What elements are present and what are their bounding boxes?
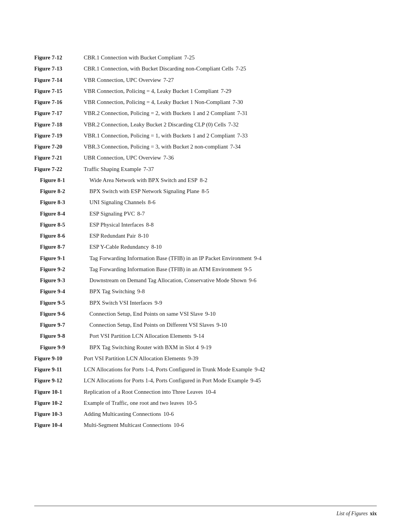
- figure-page-number: 9-10: [217, 322, 227, 328]
- figure-label: Figure 7-13: [34, 64, 84, 73]
- figure-description: LCN Allocations for Ports 1-4, Ports Con…: [84, 376, 261, 385]
- figure-label: Figure 7-12: [34, 53, 84, 62]
- figure-label: Figure 9-8: [34, 332, 89, 340]
- figure-label: Figure 9-4: [34, 287, 89, 296]
- figure-page-number: 8-8: [146, 222, 154, 228]
- figure-page-number: 9-9: [155, 300, 162, 306]
- list-item: Figure 7-15VBR Connection, Policing = 4,…: [34, 87, 377, 96]
- figure-page-number: 8-5: [202, 188, 209, 194]
- list-item: Figure 8-3UNI Signaling Channels8-6: [34, 198, 377, 207]
- figure-label: Figure 9-6: [34, 310, 89, 318]
- figure-description: Tag Forwarding Information Base (TFIB) i…: [89, 254, 261, 263]
- list-item: Figure 8-2BPX Switch with ESP Network Si…: [34, 187, 377, 196]
- figure-description: VBR Connection, UPC Overview7-27: [84, 76, 174, 85]
- figure-page-number: 7-36: [163, 155, 174, 161]
- list-item: Figure 9-8Port VSI Partition LCN Allocat…: [34, 332, 377, 340]
- figure-description: VBR.2 Connection, Leaky Bucket 2 Discard…: [84, 120, 239, 129]
- figure-label: Figure 7-18: [34, 120, 84, 129]
- figure-page-number: 8-7: [137, 211, 145, 217]
- figure-description: VBR Connection, Policing = 4, Leaky Buck…: [84, 87, 231, 96]
- figure-page-number: 9-19: [201, 344, 212, 350]
- figure-page-number: 7-33: [237, 133, 248, 139]
- figure-description: ESP Redundant Pair8-10: [89, 232, 148, 240]
- figure-description: CBR.1 Connection with Bucket Compliant7-…: [84, 53, 194, 62]
- figure-label: Figure 9-9: [34, 343, 89, 352]
- figure-description: VBR.1 Connection, Policing = 1, with Buc…: [84, 131, 248, 140]
- figure-description: Multi-Segment Multicast Connections10-6: [84, 421, 184, 430]
- figure-page-number: 9-5: [244, 266, 252, 272]
- figure-page-number: 10-4: [205, 389, 216, 395]
- figure-label: Figure 9-1: [34, 254, 89, 263]
- list-item: Figure 9-4BPX Tag Switching9-8: [34, 287, 377, 296]
- figure-page-number: 8-6: [148, 199, 156, 205]
- figure-label: Figure 10-1: [34, 388, 84, 396]
- figure-label: Figure 10-4: [34, 421, 84, 430]
- figure-list: Figure 7-12CBR.1 Connection with Bucket …: [34, 53, 377, 430]
- list-item: Figure 9-3Downstream on Demand Tag Alloc…: [34, 276, 377, 285]
- list-item: Figure 10-1Replication of a Root Connect…: [34, 388, 377, 396]
- figure-label: Figure 9-12: [34, 376, 84, 385]
- footer-page: xix: [370, 511, 377, 517]
- list-item: Figure 7-19VBR.1 Connection, Policing = …: [34, 131, 377, 140]
- list-item: Figure 7-13CBR.1 Connection, with Bucket…: [34, 64, 377, 73]
- footer: List of Figures xix: [34, 511, 377, 517]
- list-item: Figure 9-6Connection Setup, End Points o…: [34, 310, 377, 318]
- list-item: Figure 7-20VBR.3 Connection, Policing = …: [34, 142, 377, 151]
- figure-label: Figure 8-1: [34, 176, 89, 185]
- figure-page-number: 7-25: [236, 66, 246, 72]
- figure-label: Figure 7-17: [34, 109, 84, 118]
- list-item: Figure 7-22Traffic Shaping Example7-37: [34, 165, 377, 174]
- figure-description: Connection Setup, End Points on Differen…: [89, 321, 227, 329]
- figure-page-number: 8-10: [151, 244, 162, 250]
- figure-label: Figure 8-3: [34, 198, 89, 207]
- figure-page-number: 7-27: [163, 77, 174, 83]
- list-item: Figure 8-5ESP Physical Interfaces8-8: [34, 220, 377, 229]
- figure-label: Figure 8-2: [34, 187, 89, 196]
- figure-label: Figure 8-7: [34, 243, 89, 251]
- figure-page-number: 10-6: [174, 422, 184, 428]
- figure-label: Figure 7-20: [34, 142, 84, 151]
- figure-page-number: 9-45: [250, 377, 261, 383]
- figure-description: VBR.2 Connection, Policing = 2, with Buc…: [84, 109, 248, 118]
- figure-label: Figure 9-11: [34, 365, 84, 374]
- figure-description: VBR.3 Connection, Policing = 3, with Buc…: [84, 142, 241, 151]
- list-item: Figure 9-5BPX Switch VSI Interfaces9-9: [34, 299, 377, 307]
- figure-description: Tag Forwarding Information Base (TFIB) i…: [89, 265, 252, 274]
- list-item: Figure 7-16VBR Connection, Policing = 4,…: [34, 98, 377, 107]
- figure-page-number: 10-5: [186, 400, 197, 406]
- list-item: Figure 7-14VBR Connection, UPC Overview7…: [34, 76, 377, 85]
- list-item: Figure 9-2Tag Forwarding Information Bas…: [34, 265, 377, 274]
- list-item: Figure 7-17VBR.2 Connection, Policing = …: [34, 109, 377, 118]
- figure-description: ESP Physical Interfaces8-8: [89, 220, 154, 229]
- figure-label: Figure 8-5: [34, 220, 89, 229]
- page: Figure 7-12CBR.1 Connection with Bucket …: [0, 0, 411, 532]
- figure-label: Figure 7-19: [34, 131, 84, 140]
- figure-page-number: 7-25: [184, 54, 195, 61]
- figure-page-number: 9-39: [188, 355, 199, 361]
- footer-text: List of Figures: [336, 511, 368, 517]
- list-item: Figure 10-3Adding Multicasting Connectio…: [34, 410, 377, 419]
- figure-description: Wide Area Network with BPX Switch and ES…: [89, 176, 207, 185]
- figure-description: Downstream on Demand Tag Allocation, Con…: [89, 276, 256, 285]
- figure-page-number: 7-31: [237, 110, 248, 116]
- figure-page-number: 7-29: [221, 88, 231, 94]
- figure-page-number: 9-10: [205, 311, 216, 317]
- figure-page-number: 7-32: [228, 121, 239, 128]
- figure-label: Figure 9-3: [34, 276, 89, 285]
- figure-label: Figure 9-5: [34, 299, 89, 307]
- figure-label: Figure 8-6: [34, 232, 89, 240]
- figure-label: Figure 10-2: [34, 399, 84, 407]
- figure-label: Figure 7-22: [34, 165, 84, 174]
- figure-page-number: 9-4: [254, 255, 261, 261]
- figure-description: BPX Tag Switching9-8: [89, 287, 145, 296]
- figure-label: Figure 9-10: [34, 354, 84, 363]
- figure-label: Figure 9-7: [34, 321, 89, 329]
- list-item: Figure 9-1Tag Forwarding Information Bas…: [34, 254, 377, 263]
- figure-page-number: 10-6: [163, 411, 174, 417]
- list-item: Figure 9-9BPX Tag Switching Router with …: [34, 343, 377, 352]
- list-item: Figure 8-4ESP Signaling PVC8-7: [34, 209, 377, 218]
- figure-description: Port VSI Partition LCN Allocation Elemen…: [89, 332, 204, 340]
- figure-description: Traffic Shaping Example7-37: [84, 165, 154, 174]
- figure-description: LCN Allocations for Ports 1-4, Ports Con…: [84, 365, 265, 374]
- figure-description: BPX Switch with ESP Network Signaling Pl…: [89, 187, 209, 196]
